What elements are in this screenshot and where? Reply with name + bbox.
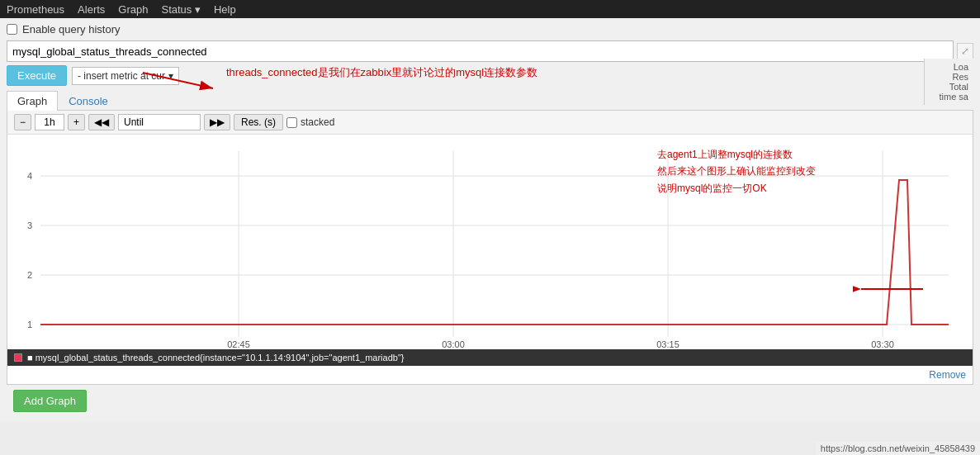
zoom-in-button[interactable]: + (68, 114, 85, 130)
nav-prometheus[interactable]: Prometheus (7, 3, 64, 16)
until-input[interactable] (118, 114, 201, 130)
legend-bar: ■ mysql_global_status_threads_connected{… (7, 349, 973, 366)
execute-row: Execute - insert metric at cur ▾ (7, 65, 973, 86)
dropdown-arrow-icon: ▾ (168, 70, 173, 82)
load-text: Loa (930, 62, 968, 72)
stacked-checkbox[interactable] (286, 117, 297, 128)
chart-area: 4 3 2 1 02:45 03:00 03:15 03:30 去agent1上… (7, 135, 973, 349)
svg-text:03:00: 03:00 (442, 339, 465, 349)
query-history-checkbox[interactable] (7, 24, 17, 35)
remove-link-text[interactable]: Remove (929, 369, 966, 381)
footer-url: https://blog.csdn.net/weixin_45858439 (816, 442, 980, 455)
time-range-input[interactable] (35, 114, 64, 130)
query-wrapper: ⤢ Loa Res Total time sa threads_connecte… (7, 40, 973, 62)
right-info-panel: Loa Res Total time sa (924, 59, 973, 105)
execute-button[interactable]: Execute (7, 65, 67, 86)
stacked-checkbox-row: stacked (286, 116, 334, 128)
tab-console[interactable]: Console (58, 91, 119, 111)
svg-text:2: 2 (27, 270, 32, 280)
chevron-down-icon: ▾ (195, 3, 201, 16)
query-history-label: Enable query history (22, 23, 121, 36)
nav-help[interactable]: Help (214, 3, 236, 16)
tab-bar: Graph Console (7, 91, 973, 111)
nav-alerts[interactable]: Alerts (78, 3, 105, 16)
res-text: Res (930, 72, 968, 82)
back-button[interactable]: ◀◀ (88, 114, 115, 130)
legend-color-box (14, 353, 22, 362)
top-navigation: Prometheus Alerts Graph Status ▾ Help (0, 0, 980, 18)
metric-at-cursor-dropdown[interactable]: - insert metric at cur ▾ (72, 67, 179, 85)
chart-svg: 4 3 2 1 02:45 03:00 03:15 03:30 (7, 135, 973, 349)
svg-text:02:45: 02:45 (227, 339, 250, 349)
main-content: Enable query history ⤢ Loa Res Total tim… (0, 18, 980, 422)
forward-button[interactable]: ▶▶ (204, 114, 230, 130)
zoom-out-button[interactable]: − (14, 114, 31, 130)
resolution-button[interactable]: Res. (s) (234, 114, 283, 130)
nav-status[interactable]: Status ▾ (161, 3, 200, 16)
query-input[interactable] (7, 40, 954, 62)
nav-graph[interactable]: Graph (118, 3, 148, 16)
total-time-text: Total time sa (930, 82, 968, 102)
add-graph-button[interactable]: Add Graph (13, 390, 87, 412)
svg-text:03:30: 03:30 (871, 339, 894, 349)
resize-icon: ⤢ (957, 43, 973, 59)
svg-text:3: 3 (27, 220, 32, 230)
graph-panel: − + ◀◀ ▶▶ Res. (s) stacked (7, 111, 973, 385)
metric-dropdown-label: - insert metric at cur (78, 70, 165, 82)
svg-text:4: 4 (27, 171, 32, 181)
query-history-row: Enable query history (7, 23, 973, 36)
remove-link[interactable]: Remove (7, 366, 973, 384)
svg-text:03:15: 03:15 (656, 339, 679, 349)
stacked-label: stacked (301, 116, 334, 128)
query-row: ⤢ Loa Res Total time sa (7, 40, 973, 62)
tab-graph[interactable]: Graph (7, 91, 58, 111)
svg-text:1: 1 (27, 320, 32, 329)
svg-rect-2 (7, 135, 973, 349)
legend-metric-label: ■ mysql_global_status_threads_connected{… (27, 353, 404, 363)
graph-controls: − + ◀◀ ▶▶ Res. (s) stacked (7, 111, 973, 135)
